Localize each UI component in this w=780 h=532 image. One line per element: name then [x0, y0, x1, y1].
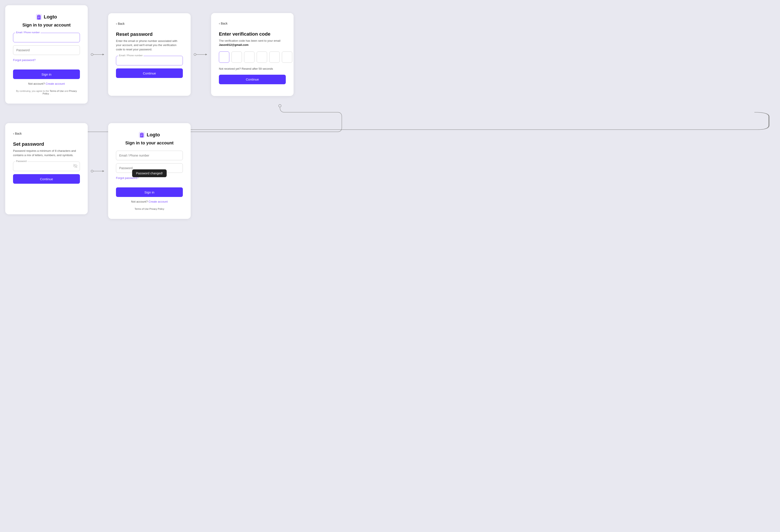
- card1-email-label: Email / Phone number: [15, 31, 41, 34]
- svg-marker-10: [205, 54, 207, 55]
- code-box-3[interactable]: [244, 51, 254, 63]
- code-box-4[interactable]: [257, 51, 267, 63]
- card3-continue-button[interactable]: Continue: [219, 75, 286, 84]
- card5-title: Sign in to your account: [116, 141, 183, 145]
- code-box-1[interactable]: [219, 51, 229, 63]
- card1-title: Sign in to your account: [13, 22, 80, 28]
- card4-subtitle: Password requires a minimum of 8 charact…: [13, 149, 80, 157]
- card1-forgot-link[interactable]: Forgot password?: [13, 58, 36, 62]
- row-spacer: [5, 104, 775, 121]
- card1-signin-button[interactable]: Sign in: [13, 69, 80, 79]
- svg-rect-4: [38, 18, 39, 18]
- card4-password-label: Password: [15, 160, 28, 162]
- card5-email-input[interactable]: [116, 151, 183, 160]
- card3-title: Enter verification code: [219, 31, 286, 37]
- card5-terms: Terms of Use Privacy Policy: [116, 207, 183, 210]
- code-box-5[interactable]: [269, 51, 280, 63]
- card2-email-group: Email / Phone number: [116, 56, 183, 65]
- card5-logo-area: Logto: [116, 132, 183, 138]
- card4-title: Set password: [13, 141, 80, 147]
- card1-email-input[interactable]: [13, 33, 80, 42]
- card5-email-group: [116, 151, 183, 160]
- card4-continue-button[interactable]: Continue: [13, 174, 80, 184]
- svg-rect-19: [141, 133, 143, 134]
- card4-password-input[interactable]: [13, 161, 80, 171]
- card1-create-account-link[interactable]: Create account: [46, 82, 65, 85]
- svg-rect-3: [38, 17, 40, 17]
- card2-title: Reset password: [116, 32, 183, 37]
- logo-text: Logto: [44, 14, 57, 20]
- card5-privacy-link[interactable]: Privacy Policy: [149, 207, 164, 210]
- card1-create-account-text: Not account? Create account: [13, 82, 80, 85]
- card2-continue-button[interactable]: Continue: [116, 68, 183, 78]
- logo-area: Logto: [13, 14, 80, 20]
- code-box-6[interactable]: [282, 51, 292, 63]
- card2-email-input[interactable]: [116, 56, 183, 65]
- curved-arrow-svg: [5, 104, 775, 121]
- card3-resend-text: Not received yet? Resend after 59 second…: [219, 67, 286, 70]
- svg-marker-7: [102, 54, 104, 55]
- card4-back-button[interactable]: ‹ Back: [13, 132, 22, 135]
- svg-point-14: [91, 170, 93, 172]
- card1-password-group: [13, 45, 80, 55]
- arrow-4-5: [88, 169, 108, 173]
- code-boxes: [219, 51, 286, 63]
- card5-signin-button[interactable]: Sign in: [116, 187, 183, 197]
- svg-point-8: [194, 53, 196, 56]
- card1-password-input[interactable]: [13, 45, 80, 55]
- eye-slash-icon[interactable]: [74, 164, 77, 169]
- card3-subtitle: The verification code has been sent to y…: [219, 39, 286, 47]
- card3-email: Jason012@gmail.com: [219, 43, 248, 46]
- set-password-card: ‹ Back Set password Password requires a …: [5, 123, 88, 214]
- svg-marker-16: [102, 170, 104, 172]
- card5-password-group: Password changed!: [116, 163, 183, 173]
- arrow-2-3: [191, 52, 211, 57]
- svg-rect-2: [38, 15, 40, 16]
- card5-terms-link[interactable]: Terms of Use: [135, 207, 149, 210]
- card1-terms-link[interactable]: Terms of Use: [50, 90, 64, 92]
- svg-rect-20: [141, 135, 143, 135]
- reset-password-card: ‹ Back Reset password Enter the email or…: [108, 13, 191, 96]
- card2-email-label: Email / Phone number: [118, 54, 144, 57]
- card3-back-button[interactable]: ‹ Back: [219, 22, 228, 25]
- svg-rect-21: [141, 136, 142, 136]
- card5-logo-text: Logto: [147, 132, 160, 138]
- code-box-2[interactable]: [232, 51, 242, 63]
- logto-logo-icon: [36, 14, 42, 20]
- arrow-1-2: [88, 52, 108, 57]
- card5-logto-logo-icon: [139, 132, 145, 138]
- card4-password-group: Password: [13, 161, 80, 171]
- card5-create-account-text: Not account? Create account: [116, 200, 183, 203]
- card2-back-button[interactable]: ‹ Back: [116, 22, 125, 26]
- card2-subtitle: Enter the email or phone number associat…: [116, 39, 183, 52]
- verification-code-card: ‹ Back Enter verification code The verif…: [211, 13, 294, 96]
- signin-success-card: Logto Sign in to your account Password c…: [108, 123, 191, 219]
- signin-card: Logto Sign in to your account Email / Ph…: [5, 5, 88, 104]
- card1-email-group: Email / Phone number: [13, 33, 80, 42]
- card1-terms: By continuing, you agree to the Terms of…: [13, 90, 80, 95]
- card5-create-account-link[interactable]: Create account: [149, 200, 167, 203]
- svg-point-5: [91, 53, 93, 56]
- password-changed-toast: Password changed!: [132, 170, 167, 177]
